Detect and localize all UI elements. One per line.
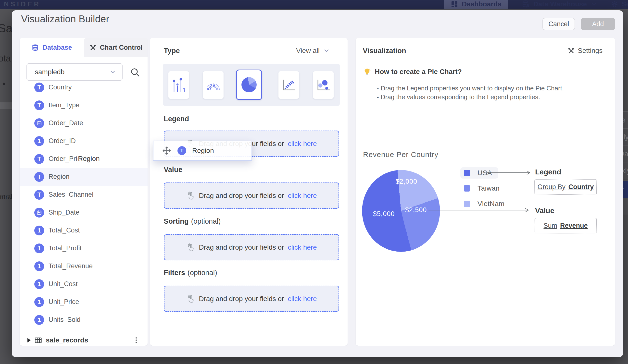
dropzone-value[interactable]: Drag and drop your fields or click here — [164, 182, 339, 209]
tile-arc-dot-chart[interactable] — [203, 71, 224, 99]
number-field-icon: 1 — [34, 261, 44, 271]
click-here-link[interactable]: click here — [288, 295, 317, 303]
topnav-item-data-warehouse[interactable]: Data Warehouse — [522, 0, 597, 8]
chevron-down-icon — [590, 1, 597, 7]
backdrop-text-fragment: ntral — [0, 193, 12, 200]
chevron-down-icon — [323, 47, 330, 54]
text-field-icon: T — [177, 146, 186, 155]
tab-database[interactable]: Database — [20, 38, 84, 57]
group-by-field: Country — [568, 183, 594, 191]
dropzone-hint: Drag and drop your fields or — [199, 243, 284, 251]
field-row-unit_cost[interactable]: 1Unit_Cost — [20, 275, 148, 293]
number-field-icon: 1 — [34, 279, 44, 289]
app-topbar: NSIDER DashboardsData WarehouseSettings — [0, 0, 628, 9]
backdrop-band — [0, 102, 12, 109]
field-row-total_revenue[interactable]: 1Total_Revenue — [20, 257, 148, 275]
search-icon[interactable] — [130, 67, 140, 78]
text-field-icon: T — [34, 83, 44, 92]
dropzone-sorting[interactable]: Drag and drop your fields or click here — [164, 234, 339, 260]
lollipop-chart-icon — [171, 77, 186, 93]
field-label: Country — [49, 83, 72, 91]
sum-label: Sum — [544, 222, 557, 230]
date-field-icon — [34, 118, 44, 128]
field-label: Unit_Cost — [49, 280, 78, 288]
field-label: Order_Priority — [49, 155, 90, 163]
field-label: Sales_Channel — [49, 191, 93, 198]
field-row-unit_price[interactable]: 1Unit_Price — [20, 293, 148, 311]
click-here-link[interactable]: click here — [288, 192, 317, 200]
field-row-ship_date[interactable]: Ship_Date — [20, 204, 148, 221]
field-row-units_sold[interactable]: 1Units_Sold — [20, 311, 148, 329]
mapping-legend-title: Legend — [535, 168, 561, 176]
number-field-icon: 1 — [34, 226, 44, 235]
settings-button[interactable]: Settings — [567, 47, 603, 55]
field-label: Item_Type — [49, 101, 79, 109]
field-label: Region — [49, 173, 70, 181]
tap-hand-icon — [186, 243, 195, 252]
tab-chart-control[interactable]: Chart Control — [84, 38, 148, 57]
field-row-total_profit[interactable]: 1Total_Profit — [20, 239, 148, 257]
click-here-link[interactable]: click here — [288, 243, 317, 251]
tile-pie-chart[interactable] — [236, 69, 262, 100]
legend-label: VietNam — [477, 200, 504, 208]
pie-data-label: $2,000 — [396, 178, 417, 185]
tools-icon — [567, 47, 575, 54]
drag-ghost-region[interactable]: T Region — [153, 141, 252, 161]
click-here-link[interactable]: click here — [288, 140, 317, 148]
cancel-button[interactable]: Cancel — [543, 18, 575, 30]
sum-field: Revenue — [560, 222, 588, 230]
field-row-total_cost[interactable]: 1Total_Cost — [20, 221, 148, 239]
warehouse-icon — [522, 0, 530, 8]
legend-mapping-arrow — [486, 173, 530, 173]
topnav-item-label: Dashboards — [462, 0, 501, 8]
dropzone-hint: Drag and drop your fields or — [199, 192, 284, 200]
kebab-menu-icon[interactable] — [136, 337, 137, 343]
mapping-legend-box: Group By Country — [534, 179, 597, 195]
legend-label: Taiwan — [477, 184, 500, 192]
chart-title: Revenue Per Country — [363, 150, 439, 159]
number-field-icon: 1 — [34, 315, 44, 325]
dropzone-filters[interactable]: Drag and drop your fields or click here — [164, 286, 339, 312]
legend-swatch — [464, 185, 470, 191]
legend-item-vietnam[interactable]: VietNam — [460, 198, 504, 209]
tile-bubble-chart[interactable] — [313, 71, 334, 99]
tap-hand-icon — [186, 295, 195, 303]
table-label: sale_records — [46, 336, 88, 344]
value-mapping-arrow — [428, 210, 528, 210]
topnav-item-dashboards[interactable]: Dashboards — [444, 0, 508, 9]
view-all-button[interactable]: View all — [296, 47, 330, 55]
field-row-order_id[interactable]: 1Order_ID — [20, 132, 148, 150]
howto-heading: How to create a Pie Chart? — [363, 68, 462, 76]
tap-hand-icon — [186, 191, 195, 200]
type-section-label: Type — [164, 47, 180, 55]
field-row-region[interactable]: TRegion — [20, 168, 148, 186]
tile-lollipop-chart[interactable] — [168, 71, 189, 99]
field-label: Ship_Date — [49, 209, 79, 216]
dropzone-hint: Drag and drop your fields or — [199, 295, 284, 303]
expand-triangle-icon[interactable] — [27, 338, 31, 342]
field-row-item_type[interactable]: TItem_Type — [20, 96, 148, 114]
field-label: Total_Profit — [49, 244, 82, 252]
field-label: Total_Revenue — [49, 262, 93, 270]
field-row-order_priority[interactable]: TRegionOrder_Priority — [20, 150, 148, 168]
field-row-sales_channel[interactable]: TSales_Channel — [20, 186, 148, 204]
legend-item-usa[interactable]: USA — [460, 167, 498, 179]
pie-data-label: $2,500 — [405, 206, 427, 214]
field-row-country[interactable]: TCountry — [20, 78, 148, 96]
text-field-icon: T — [34, 154, 44, 164]
topnav-item-label: Settings — [622, 0, 628, 8]
move-icon — [162, 146, 172, 156]
tile-scatter-chart[interactable] — [278, 71, 299, 99]
settings-label: Settings — [578, 47, 603, 55]
pie-chart-icon — [241, 77, 257, 92]
topnav-item-settings[interactable]: Settings — [611, 0, 628, 8]
howto-tip-1: - Drag the Legend properties you want to… — [377, 84, 564, 92]
drag-ghost-label: Region — [192, 147, 214, 155]
legend-item-taiwan[interactable]: Taiwan — [460, 183, 500, 194]
mapping-value-box: Sum Revenue — [534, 218, 597, 234]
table-row-sale-records[interactable]: sale_records — [20, 335, 148, 346]
field-row-order_date[interactable]: Order_Date — [20, 114, 148, 132]
scatter-chart-icon — [281, 79, 296, 91]
add-button[interactable]: Add — [581, 18, 615, 30]
field-label: Total_Cost — [49, 227, 80, 234]
